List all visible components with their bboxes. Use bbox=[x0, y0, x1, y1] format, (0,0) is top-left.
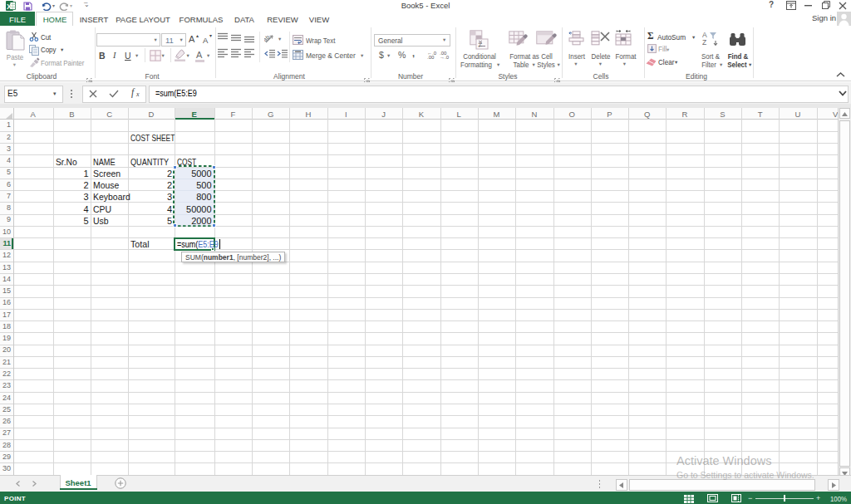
svg-text:Z: Z bbox=[702, 38, 706, 46]
svg-text:→.0: →.0 bbox=[440, 55, 450, 59]
svg-text:≠: ≠ bbox=[479, 41, 483, 49]
svg-text:.00: .00 bbox=[427, 55, 435, 59]
svg-text:X: X bbox=[7, 2, 12, 11]
